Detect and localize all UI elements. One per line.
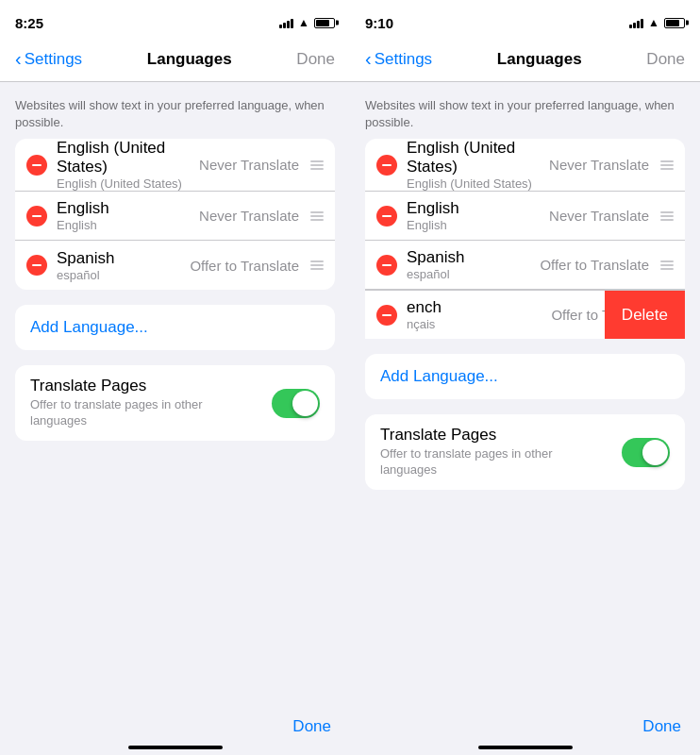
list-item: Spanish español Offer to Translate <box>15 241 335 290</box>
translate-pages-title-left: Translate Pages <box>30 377 260 395</box>
list-item: English (United States) English (United … <box>365 139 685 192</box>
french-list-item: ench nçais Offer to Translate Delete <box>365 290 685 339</box>
description-left: Websites will show text in your preferre… <box>0 82 350 139</box>
status-time-left: 8:25 <box>15 15 43 31</box>
wifi-icon: ▲ <box>648 16 659 29</box>
list-item: English English Never Translate <box>15 192 335 241</box>
translate-option: Never Translate <box>549 157 649 173</box>
description-right: Websites will show text in your preferre… <box>350 82 700 139</box>
add-language-right[interactable]: Add Language... <box>365 354 685 399</box>
translate-pages-toggle-left[interactable] <box>272 389 320 418</box>
nav-title-right: Languages <box>497 50 582 69</box>
translate-option: Never Translate <box>199 157 299 173</box>
translate-option: Never Translate <box>199 208 299 224</box>
translate-pages-title-right: Translate Pages <box>380 426 610 445</box>
translate-pages-desc-right: Offer to translate pages in other langua… <box>380 446 610 478</box>
remove-english-us-button-right[interactable] <box>376 155 397 176</box>
remove-spanish-button-left[interactable] <box>26 255 47 276</box>
lang-native: English (United States) <box>57 176 199 191</box>
translate-pages-card-right: Translate Pages Offer to translate pages… <box>365 414 685 490</box>
lang-name: Spanish <box>57 249 190 268</box>
lang-native: English (United States) <box>407 176 549 191</box>
translate-pages-desc-left: Offer to translate pages in other langua… <box>30 397 260 429</box>
translate-pages-card-left: Translate Pages Offer to translate pages… <box>15 365 335 441</box>
remove-english-us-button-left[interactable] <box>26 155 47 176</box>
wifi-icon: ▲ <box>298 16 309 29</box>
bottom-done-right[interactable]: Done <box>642 717 681 736</box>
drag-handle[interactable] <box>660 260 674 270</box>
home-indicator-right <box>478 746 573 749</box>
remove-english-button-left[interactable] <box>26 206 47 226</box>
drag-handle[interactable] <box>660 211 674 221</box>
status-icons-right: ▲ <box>629 16 685 29</box>
list-item: Spanish español Offer to Translate <box>365 241 685 290</box>
lang-name: English (United States) <box>407 139 549 176</box>
drag-handle[interactable] <box>660 160 674 170</box>
left-phone: 8:25 ▲ ‹ Settings Languages Done Website… <box>0 0 350 755</box>
language-list-right: English (United States) English (United … <box>365 139 685 339</box>
nav-done-left: Done <box>296 50 335 69</box>
nav-done-right: Done <box>646 50 685 69</box>
lang-name: ench <box>407 298 551 317</box>
lang-native: español <box>407 267 540 281</box>
lang-name: Spanish <box>407 248 540 267</box>
translate-option: Offer to Translate <box>190 258 299 274</box>
right-phone: 9:10 ▲ ‹ Settings Languages Done Website… <box>350 0 700 755</box>
lang-name: English <box>57 199 199 218</box>
battery-icon <box>314 18 335 28</box>
delete-button-right[interactable]: Delete <box>605 291 685 339</box>
remove-english-button-right[interactable] <box>376 206 397 226</box>
lang-name: English <box>407 199 549 218</box>
drag-handle[interactable] <box>310 160 324 170</box>
language-list-left: English (United States) English (United … <box>15 139 335 290</box>
status-time-right: 9:10 <box>365 15 393 31</box>
back-label-right: Settings <box>375 50 432 69</box>
remove-spanish-button-right[interactable] <box>376 255 397 276</box>
translate-option: Never Translate <box>549 208 649 224</box>
nav-bar-left: ‹ Settings Languages Done <box>0 42 350 82</box>
back-button-right[interactable]: ‹ Settings <box>365 49 432 70</box>
translate-option: Offer to Translate <box>540 257 649 273</box>
bottom-done-left[interactable]: Done <box>292 717 331 736</box>
drag-handle[interactable] <box>310 211 324 221</box>
back-label-left: Settings <box>25 50 82 69</box>
nav-bar-right: ‹ Settings Languages Done <box>350 42 700 82</box>
list-item: English English Never Translate <box>365 192 685 241</box>
translate-pages-toggle-right[interactable] <box>622 438 670 467</box>
battery-icon <box>664 18 685 28</box>
lang-native: nçais <box>407 317 551 331</box>
add-language-left[interactable]: Add Language... <box>15 305 335 350</box>
status-bar-right: 9:10 ▲ <box>350 0 700 42</box>
drag-handle[interactable] <box>310 260 324 270</box>
lang-native: English <box>407 218 549 232</box>
back-chevron-icon: ‹ <box>365 48 372 70</box>
lang-name: English (United States) <box>57 139 199 176</box>
list-item: English (United States) English (United … <box>15 139 335 192</box>
remove-french-button-right[interactable] <box>376 305 397 326</box>
lang-native: English <box>57 218 199 232</box>
back-chevron-icon: ‹ <box>15 48 22 70</box>
status-icons-left: ▲ <box>279 16 335 29</box>
signal-icon <box>629 17 643 28</box>
status-bar-left: 8:25 ▲ <box>0 0 350 42</box>
back-button-left[interactable]: ‹ Settings <box>15 49 82 70</box>
lang-native: español <box>57 268 190 282</box>
home-indicator-left <box>128 746 223 749</box>
signal-icon <box>279 17 293 28</box>
nav-title-left: Languages <box>147 50 232 69</box>
